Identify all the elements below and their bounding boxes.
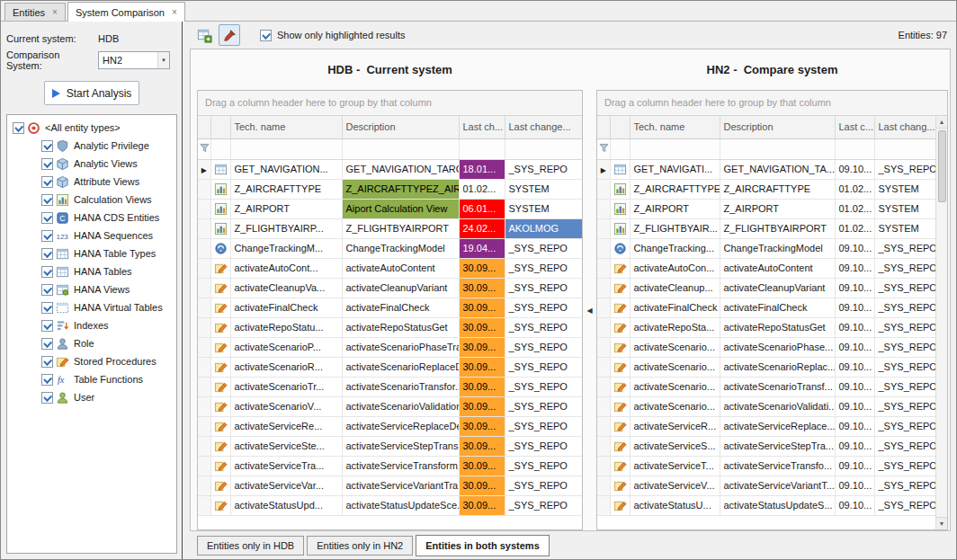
group-by-panel[interactable]: Drag a column header here to group by th… <box>597 91 947 116</box>
tree-item-hana-views[interactable]: HANA Views <box>9 280 174 298</box>
description-cell[interactable]: activateServiceReplaceDe... <box>342 416 459 436</box>
changed-by-cell[interactable]: _SYS_REPO <box>874 377 937 396</box>
changed-by-cell[interactable]: SYSTEM <box>874 199 937 218</box>
column-header-last-chang[interactable]: Last chang... <box>874 116 937 138</box>
description-cell[interactable]: ChangeTrackingModel <box>720 238 835 258</box>
description-cell[interactable]: GET_NAVIGATION_TARG... <box>342 159 459 179</box>
changed-by-cell[interactable]: _SYS_REPO <box>874 298 937 317</box>
table-row[interactable]: activateStatusU...activateStatusUpdateS.… <box>597 495 937 515</box>
description-cell[interactable]: activateScenarioReplac... <box>720 357 835 377</box>
tab-close-icon[interactable]: × <box>52 7 58 17</box>
changed-by-cell[interactable]: _SYS_REPO <box>874 317 937 337</box>
tech-name-cell[interactable]: activateCleanupVa... <box>230 278 342 298</box>
changed-by-cell[interactable]: _SYS_REPO <box>874 278 937 298</box>
tree-checkbox[interactable] <box>41 320 53 332</box>
column-header-last-c[interactable]: Last c... <box>835 116 874 138</box>
changed-by-cell[interactable]: _SYS_REPO <box>505 476 583 495</box>
description-cell[interactable]: Z_AIRCRAFTTYPE <box>720 179 835 199</box>
last-change-cell[interactable]: 09.10... <box>835 377 874 396</box>
description-cell[interactable]: activateScenarioTransf... <box>720 377 835 396</box>
tree-checkbox[interactable] <box>41 212 53 224</box>
tree-item-hana-sequences[interactable]: 123HANA Sequences <box>9 227 174 244</box>
last-change-cell[interactable]: 09.10... <box>835 476 874 495</box>
tree-item-analytic-privilege[interactable]: Analytic Privilege <box>9 137 174 155</box>
tab-system-comparison[interactable]: System Comparison× <box>67 2 185 22</box>
changed-by-cell[interactable]: SYSTEM <box>505 179 583 199</box>
description-cell[interactable]: activateScenarioTransfor... <box>342 377 459 396</box>
tech-name-cell[interactable]: ChangeTracking... <box>630 238 720 258</box>
tech-name-cell[interactable]: activateScenario... <box>630 337 720 357</box>
scroll-down-icon[interactable]: ▼ <box>936 517 947 529</box>
table-row[interactable]: activateServiceV...activateServiceVarian… <box>597 476 937 495</box>
description-cell[interactable]: Z_AIRCRAFTTYPEZ_AIR... <box>342 179 459 199</box>
description-cell[interactable]: activateServiceTransform... <box>342 456 459 476</box>
filter-cell[interactable] <box>459 138 505 159</box>
description-cell[interactable]: activateScenarioValidati... <box>720 396 835 416</box>
tech-name-cell[interactable]: Z_AIRCRAFTTYPE <box>230 179 342 199</box>
changed-by-cell[interactable]: _SYS_REPO <box>874 456 937 476</box>
tech-name-cell[interactable]: activateScenario... <box>630 357 720 377</box>
table-row[interactable]: activateAutoCont...activateAutoContent30… <box>198 258 583 278</box>
table-row[interactable]: Z_FLIGHTBYAIR...Z_FLIGHTBYAIRPORT01.02..… <box>597 218 937 238</box>
tree-item-user[interactable]: User <box>9 388 174 406</box>
collapse-left-icon[interactable]: ◀ <box>586 307 592 315</box>
table-row[interactable]: Z_FLIGHTBYAIRP...Z_FLIGHTBYAIRPORT24.02.… <box>198 218 583 238</box>
tech-name-cell[interactable]: activateStatusUpd... <box>230 495 342 515</box>
changed-by-cell[interactable]: _SYS_REPO <box>505 495 583 515</box>
table-row[interactable]: activateServiceTra...activateServiceTran… <box>198 456 583 476</box>
last-change-cell[interactable]: 30.09... <box>459 357 505 377</box>
description-cell[interactable]: Z_FLIGHTBYAIRPORT <box>342 218 459 238</box>
description-cell[interactable]: Z_FLIGHTBYAIRPORT <box>720 218 835 238</box>
last-change-cell[interactable]: 30.09... <box>459 456 505 476</box>
last-change-cell[interactable]: 30.09... <box>459 337 505 357</box>
changed-by-cell[interactable]: _SYS_REPO <box>874 238 937 258</box>
tree-checkbox[interactable] <box>41 392 53 404</box>
tree-item-hana-tables[interactable]: HANA Tables <box>9 262 174 280</box>
description-cell[interactable]: activateAutoContent <box>342 258 459 278</box>
table-row[interactable]: activateScenario...activateScenarioRepla… <box>597 357 937 377</box>
table-row[interactable]: activateServiceS...activateServiceStepTr… <box>597 436 937 456</box>
table-row[interactable]: ▶GET_NAVIGATION...GET_NAVIGATION_TARG...… <box>198 159 583 179</box>
description-cell[interactable]: activateStatusUpdateS... <box>720 495 835 515</box>
description-cell[interactable]: GET_NAVIGATION_TA... <box>720 159 835 179</box>
table-row[interactable]: activateScenarioV...activateScenarioVali… <box>198 396 583 416</box>
tech-name-cell[interactable]: activateScenarioP... <box>230 337 342 357</box>
tech-name-cell[interactable]: GET_NAVIGATI... <box>630 159 720 179</box>
show-highlighted-checkbox[interactable] <box>260 30 272 41</box>
table-row[interactable]: activateScenario...activateScenarioValid… <box>597 396 937 416</box>
description-cell[interactable]: activateScenarioReplaceD... <box>342 357 459 377</box>
last-change-cell[interactable]: 30.09... <box>459 495 505 515</box>
vertical-scrollbar[interactable]: ▲▼ <box>935 116 947 529</box>
tree-checkbox[interactable] <box>41 248 53 260</box>
changed-by-cell[interactable]: _SYS_REPO <box>505 317 583 337</box>
tech-name-cell[interactable]: Z_AIRCRAFTTYPE <box>630 179 720 199</box>
filter-cell[interactable] <box>874 138 937 159</box>
tech-name-cell[interactable]: ChangeTrackingM... <box>230 238 342 258</box>
changed-by-cell[interactable]: _SYS_REPO <box>505 416 583 436</box>
tree-item-calculation-views[interactable]: Calculation Views <box>9 191 174 209</box>
last-change-cell[interactable]: 19.04... <box>459 238 505 258</box>
description-cell[interactable]: activateFinalCheck <box>720 298 835 317</box>
last-change-cell[interactable]: 09.10... <box>835 317 874 337</box>
comparison-system-select[interactable]: HN2 ▼ <box>98 51 170 69</box>
changed-by-cell[interactable]: _SYS_REPO <box>874 357 937 377</box>
table-row[interactable]: ChangeTracking...ChangeTrackingModel09.1… <box>597 238 937 258</box>
changed-by-cell[interactable]: _SYS_REPO <box>874 436 937 456</box>
description-cell[interactable]: activateServiceStepTrans... <box>342 436 459 456</box>
tree-checkbox[interactable] <box>13 122 24 134</box>
tree-item-analytic-views[interactable]: Analytic Views <box>9 155 174 173</box>
description-cell[interactable]: activateRepoStatusGet <box>342 317 459 337</box>
column-header-description[interactable]: Description <box>342 116 459 138</box>
table-row[interactable]: Z_AIRPORTZ_AIRPORT01.02...SYSTEM <box>597 199 937 218</box>
tree-checkbox[interactable] <box>41 374 53 386</box>
tech-name-cell[interactable]: activateScenario... <box>630 396 720 416</box>
bottom-tab-entities-only-in-hn2[interactable]: Entities only in HN2 <box>307 536 413 556</box>
tree-checkbox[interactable] <box>41 356 53 368</box>
tech-name-cell[interactable]: Z_FLIGHTBYAIRP... <box>230 218 342 238</box>
dropdown-arrow-icon[interactable]: ▼ <box>157 52 169 68</box>
tree-item-hana-cds-entities[interactable]: CHANA CDS Entities <box>9 209 174 227</box>
tech-name-cell[interactable]: activateScenario... <box>630 377 720 396</box>
filter-cell[interactable] <box>835 138 874 159</box>
last-change-cell[interactable]: 30.09... <box>459 377 505 396</box>
export-button[interactable] <box>193 24 215 46</box>
